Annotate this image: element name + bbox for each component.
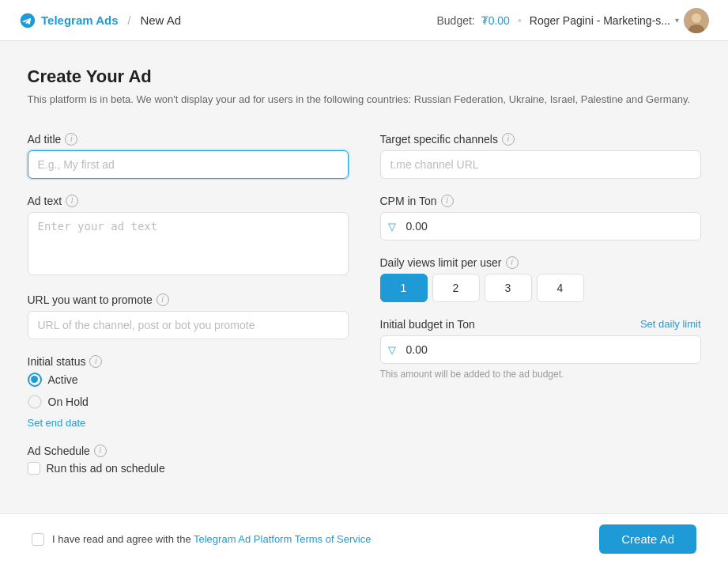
form-left-col: Ad title i Ad text i URL you want to pro… (28, 133, 349, 490)
user-name: Roger Pagini - Marketing-s... (530, 14, 670, 27)
ad-title-section: Ad title i (28, 133, 349, 179)
daily-views-btn-1[interactable]: 1 (380, 274, 428, 302)
initial-budget-input[interactable] (380, 335, 701, 364)
ad-text-section: Ad text i (28, 195, 349, 278)
form-grid: Ad title i Ad text i URL you want to pro… (28, 133, 701, 490)
ad-text-label: Ad text i (28, 195, 349, 207)
daily-views-btn-3[interactable]: 3 (485, 274, 532, 302)
svg-point-1 (692, 13, 701, 23)
cpm-input-wrap: ▽ (380, 212, 701, 240)
target-channels-label: Target specific channels i (380, 133, 701, 146)
schedule-label: Ad Schedule i (28, 445, 349, 457)
status-active-option[interactable]: Active (28, 373, 349, 387)
ad-text-info-icon[interactable]: i (66, 195, 78, 207)
set-end-date-link[interactable]: Set end date (28, 417, 86, 429)
status-radio-group: Active On Hold (28, 373, 349, 409)
target-channels-input[interactable] (380, 150, 701, 179)
top-nav: Telegram Ads / New Ad Budget: ₮0.00 • Ro… (0, 0, 728, 41)
telegram-icon (19, 12, 36, 29)
cpm-input[interactable] (380, 212, 701, 240)
status-active-label: Active (48, 373, 78, 386)
initial-budget-section: Initial budget in Ton Set daily limit ▽ … (380, 318, 701, 380)
cpm-label: CPM in Ton i (380, 195, 701, 207)
avatar (684, 8, 709, 33)
bottom-bar: I have read and agree with the Telegram … (0, 513, 728, 564)
nav-right: Budget: ₮0.00 • Roger Pagini - Marketing… (437, 8, 710, 33)
initial-status-label: Initial status i (28, 355, 349, 368)
main-content: Create Your Ad This platform is in beta.… (9, 41, 720, 564)
form-right-col: Target specific channels i CPM in Ton i … (380, 133, 701, 490)
nav-left: Telegram Ads / New Ad (19, 12, 181, 29)
agree-text: I have read and agree with the Telegram … (52, 533, 371, 545)
schedule-checkbox-label: Run this ad on schedule (47, 462, 165, 475)
budget-hint: This amount will be added to the ad budg… (380, 369, 701, 380)
avatar-image (684, 8, 709, 33)
user-dropdown[interactable]: Roger Pagini - Marketing-s... ▾ (530, 8, 709, 33)
status-active-radio[interactable] (28, 373, 42, 387)
logo[interactable]: Telegram Ads (19, 12, 119, 29)
channels-info-icon[interactable]: i (502, 133, 515, 146)
budget-display: Budget: ₮0.00 (437, 14, 510, 27)
ad-text-input[interactable] (28, 212, 349, 275)
url-input[interactable] (28, 311, 349, 339)
radio-checked-indicator (31, 376, 38, 383)
terms-link[interactable]: Telegram Ad Platform Terms of Service (194, 533, 371, 545)
page-title: Create Your Ad (28, 66, 701, 87)
create-ad-button[interactable]: Create Ad (599, 524, 696, 554)
ad-title-info-icon[interactable]: i (65, 133, 77, 146)
ad-title-label: Ad title i (28, 133, 349, 146)
status-onhold-option[interactable]: On Hold (28, 395, 349, 409)
url-section: URL you want to promote i (28, 293, 349, 339)
daily-views-btn-group: 1 2 3 4 (380, 274, 701, 302)
agree-checkbox[interactable] (32, 533, 44, 546)
breadcrumb-current: New Ad (140, 13, 181, 27)
daily-views-btn-2[interactable]: 2 (432, 274, 480, 302)
agree-section: I have read and agree with the Telegram … (32, 533, 371, 546)
initial-budget-label: Initial budget in Ton (380, 318, 475, 331)
schedule-section: Ad Schedule i Run this ad on schedule (28, 445, 349, 475)
budget-label-row: Initial budget in Ton Set daily limit (380, 318, 701, 331)
schedule-info-icon[interactable]: i (94, 445, 107, 457)
schedule-checkbox[interactable] (28, 462, 40, 475)
daily-views-info-icon[interactable]: i (506, 256, 519, 269)
status-onhold-label: On Hold (48, 396, 89, 408)
breadcrumb-separator: / (128, 14, 131, 27)
cpm-section: CPM in Ton i ▽ (380, 195, 701, 240)
url-label: URL you want to promote i (28, 293, 349, 306)
cpm-info-icon[interactable]: i (441, 195, 454, 207)
ad-title-input[interactable] (28, 150, 349, 179)
page-subtitle: This platform is in beta. We won't displ… (28, 92, 701, 108)
target-channels-section: Target specific channels i (380, 133, 701, 179)
url-info-icon[interactable]: i (157, 293, 169, 306)
initial-status-section: Initial status i Active On Hold S (28, 355, 349, 429)
status-onhold-radio[interactable] (28, 395, 42, 409)
set-daily-limit-link[interactable]: Set daily limit (640, 318, 701, 330)
daily-views-section: Daily views limit per user i 1 2 3 4 (380, 256, 701, 302)
daily-views-btn-4[interactable]: 4 (537, 274, 584, 302)
daily-views-label: Daily views limit per user i (380, 256, 701, 269)
status-info-icon[interactable]: i (89, 355, 102, 368)
chevron-down-icon: ▾ (675, 16, 679, 25)
schedule-checkbox-item[interactable]: Run this ad on schedule (28, 462, 349, 475)
budget-input-wrap: ▽ (380, 335, 701, 364)
budget-amount: ₮0.00 (481, 14, 510, 27)
